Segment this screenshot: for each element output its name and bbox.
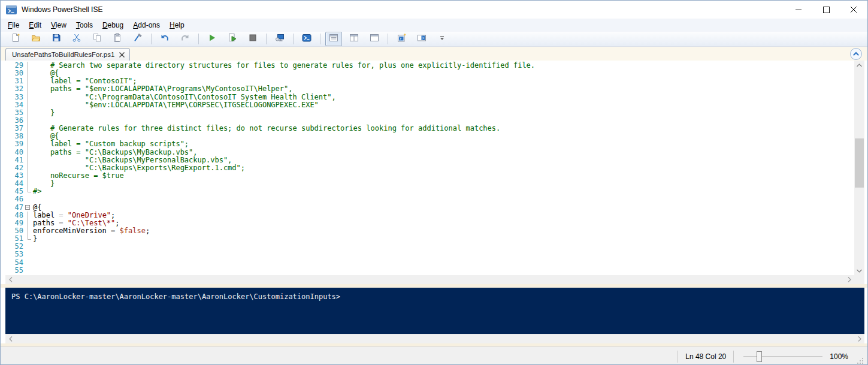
menu-view[interactable]: View: [46, 19, 71, 32]
cut-button[interactable]: [68, 32, 85, 46]
run-script-button[interactable]: [204, 32, 220, 46]
open-script-button[interactable]: [28, 32, 44, 46]
show-console-pane-button[interactable]: [413, 32, 430, 46]
open-script-icon: [31, 33, 41, 45]
code-line[interactable]: 46: [5, 195, 854, 203]
fold-margin: [23, 125, 33, 132]
fold-margin: [23, 219, 33, 227]
code-text: "$env:LOCALAPPDATA\TEMP\CORPSEC\ITGSECLO…: [33, 101, 854, 109]
zoom-slider-thumb[interactable]: [757, 351, 762, 362]
console-prompt: PS C:\AaronLocker-master\AaronLocker-mas…: [5, 288, 864, 301]
console-horizontal-scrollbar[interactable]: [5, 334, 864, 343]
menu-tools[interactable]: Tools: [71, 19, 98, 32]
fold-margin: [23, 109, 33, 117]
show-script-pane-maximized-button[interactable]: [366, 32, 383, 46]
code-text: [33, 267, 854, 274]
fold-margin: [23, 235, 33, 243]
zoom-slider-track[interactable]: [743, 356, 822, 357]
start-powershell-exe-button[interactable]: [298, 32, 315, 46]
code-line[interactable]: 45#>: [5, 188, 854, 195]
code-line[interactable]: 47@{: [5, 204, 854, 212]
editor-vertical-scrollbar[interactable]: [854, 61, 864, 275]
code-line[interactable]: 50enforceMinVersion = $false;: [5, 227, 854, 235]
code-line[interactable]: 54: [5, 259, 854, 267]
tab-close-button[interactable]: [119, 52, 125, 58]
undo-icon: [160, 33, 170, 45]
fold-margin: [23, 149, 33, 156]
powershell-app-icon: [6, 5, 17, 14]
new-remote-powershell-tab-button[interactable]: [271, 32, 288, 46]
clear-console-pane-button[interactable]: [129, 32, 146, 46]
new-script-button[interactable]: [7, 32, 24, 46]
pane-top-icon: [329, 33, 338, 45]
undo-button[interactable]: [156, 32, 173, 46]
scroll-right-arrow-icon[interactable]: [844, 275, 854, 284]
code-line[interactable]: 44 }: [5, 180, 854, 188]
editor-horizontal-scrollbar[interactable]: [5, 275, 854, 284]
show-script-pane-top-button[interactable]: [325, 32, 342, 46]
new-powershell-tab-button[interactable]: [393, 32, 410, 46]
toolbar-separator: [266, 34, 267, 44]
chevron-up-icon: [849, 47, 863, 61]
minimize-button[interactable]: [785, 1, 812, 19]
code-line[interactable]: 29 # Search two separate directory struc…: [5, 62, 854, 70]
scroll-up-arrow-icon[interactable]: [854, 61, 864, 70]
zoom-slider[interactable]: [743, 351, 822, 363]
code-text: label = "OneDrive";: [33, 212, 854, 219]
paste-button[interactable]: [109, 32, 126, 46]
scroll-left-arrow-icon[interactable]: [5, 275, 16, 284]
show-script-pane-right-button[interactable]: [346, 32, 362, 46]
line-number: 49: [5, 219, 23, 227]
code-line[interactable]: 34 "$env:LOCALAPPDATA\TEMP\CORPSEC\ITGSE…: [5, 101, 854, 109]
menu-help[interactable]: Help: [165, 19, 189, 32]
code-text: noRecurse = $true: [33, 172, 854, 180]
menu-debug[interactable]: Debug: [98, 19, 128, 32]
menu-edit[interactable]: Edit: [24, 19, 46, 32]
redo-button[interactable]: [177, 32, 193, 46]
code-line[interactable]: 53: [5, 251, 854, 258]
overflow-icon: [439, 34, 445, 44]
close-button[interactable]: [840, 1, 867, 19]
minimize-icon: [796, 7, 802, 13]
paste-icon: [113, 33, 122, 45]
code-line[interactable]: 48label = "OneDrive";: [5, 212, 854, 219]
start-powershell-icon: [302, 33, 311, 45]
close-icon: [851, 7, 857, 13]
run-selection-button[interactable]: [224, 32, 241, 46]
scroll-left-arrow-icon[interactable]: [5, 334, 16, 343]
code-text: paths = "C:\Test\*";: [33, 219, 854, 227]
save-script-button[interactable]: [48, 32, 65, 46]
fold-margin: [23, 117, 33, 125]
script-tab[interactable]: UnsafePathsToBuildRulesFor.ps1: [5, 48, 130, 61]
stop-operation-button[interactable]: [244, 32, 261, 46]
scroll-down-arrow-icon[interactable]: [854, 266, 864, 275]
scroll-right-arrow-icon[interactable]: [854, 334, 864, 343]
toolbar-overflow-button[interactable]: [434, 32, 450, 46]
code-line[interactable]: 42 "C:\Backups\Exports\RegExport.1.cmd";: [5, 164, 854, 172]
line-number: 35: [5, 109, 23, 117]
script-editor-pane[interactable]: 29 # Search two separate directory struc…: [5, 61, 864, 284]
toolbar-separator: [293, 34, 294, 44]
line-number: 34: [5, 101, 23, 109]
code-line[interactable]: 35 }: [5, 109, 854, 117]
status-separator: [733, 351, 734, 363]
code-line[interactable]: 52: [5, 243, 854, 251]
console-pane[interactable]: PS C:\AaronLocker-master\AaronLocker-mas…: [5, 288, 864, 334]
code-line[interactable]: 43 noRecurse = $true: [5, 172, 854, 180]
code-line[interactable]: 51}: [5, 235, 854, 243]
code-area[interactable]: 29 # Search two separate directory struc…: [5, 61, 854, 275]
line-number: 54: [5, 259, 23, 267]
run-selection-icon: [228, 33, 237, 45]
editor-vscroll-thumb[interactable]: [855, 138, 864, 188]
copy-button[interactable]: [89, 32, 105, 46]
maximize-button[interactable]: [812, 1, 840, 19]
code-line[interactable]: 55: [5, 267, 854, 274]
fold-collapse-icon[interactable]: [23, 204, 33, 212]
collapse-script-pane-button[interactable]: [849, 47, 863, 61]
code-line[interactable]: 37 # Generate rules for three distinct f…: [5, 125, 854, 132]
menu-file[interactable]: File: [3, 19, 24, 32]
code-text: # Generate rules for three distinct file…: [33, 125, 854, 132]
title-bar: Windows PowerShell ISE: [1, 1, 867, 19]
menu-add-ons[interactable]: Add-ons: [128, 19, 165, 32]
resize-grip[interactable]: [857, 357, 864, 364]
